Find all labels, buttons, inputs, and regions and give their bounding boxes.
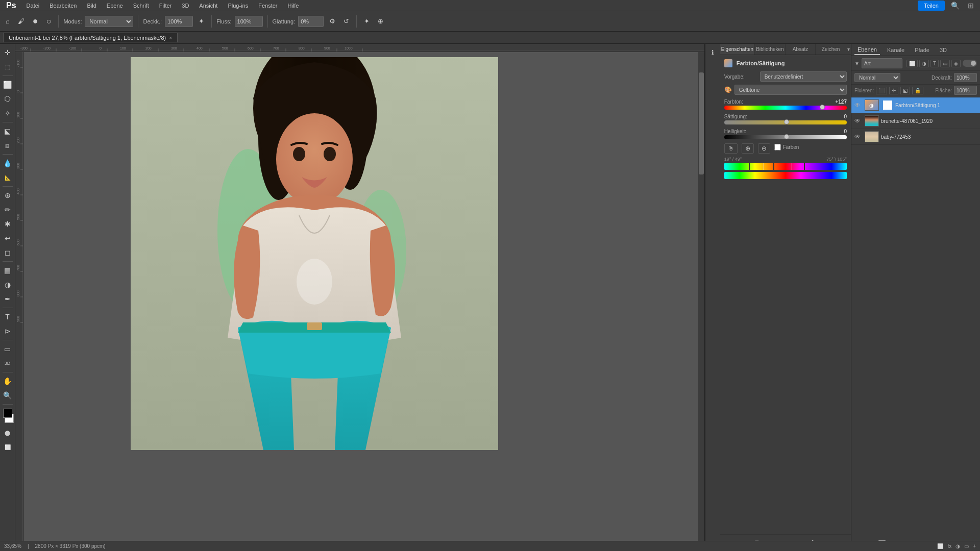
colorize-checkbox[interactable] [774, 144, 781, 151]
fill-input[interactable] [954, 86, 977, 95]
3d-tool[interactable]: 3D [1, 357, 14, 370]
hand-tool[interactable]: ✋ [1, 374, 14, 388]
colorize-label[interactable]: Färben [783, 144, 799, 150]
menu-datei[interactable]: Datei [24, 2, 42, 10]
eyedrop-btn-3[interactable]: ⊖ [758, 143, 770, 154]
layer-item-0[interactable]: 👁 ◑ Farbton/Sättigung 1 [851, 97, 980, 113]
tab-close-icon[interactable]: × [169, 35, 172, 41]
clone-tool[interactable]: ✱ [1, 217, 14, 231]
selection-tool[interactable]: ⬜ [1, 78, 14, 91]
menu-bearbeiten[interactable]: Bearbeiten [47, 2, 79, 10]
lock-pixel-btn[interactable]: ⬛ [876, 87, 887, 94]
menu-3d[interactable]: 3D [180, 2, 191, 10]
brush-options[interactable]: ● [30, 14, 41, 28]
text-tool[interactable]: T [1, 310, 14, 323]
gradient-tool[interactable]: ▦ [1, 264, 14, 277]
filter-shape-btn[interactable]: ▭ [940, 60, 950, 67]
ruler-tool[interactable]: 📐 [1, 171, 14, 184]
scrollbar-v-thumb[interactable] [699, 72, 704, 174]
spot-heal-tool[interactable]: ⊛ [1, 189, 14, 202]
brush-tool-lt[interactable]: ✏ [1, 203, 14, 216]
layers-type-dropdown[interactable] [862, 58, 902, 68]
layers-tab-pfade[interactable]: Pfade [912, 45, 933, 55]
hue-thumb[interactable] [820, 105, 825, 110]
share-button[interactable]: Teilen [918, 1, 945, 11]
menu-bild[interactable]: Bild [85, 2, 98, 10]
search-icon[interactable]: 🔍 [949, 1, 962, 11]
tab-absatz[interactable]: Absatz [786, 44, 816, 55]
pressure-btn[interactable]: ⊕ [375, 16, 386, 27]
filter-toggle-btn[interactable] [963, 60, 977, 67]
layer-item-2[interactable]: 👁 baby-772453 [851, 129, 980, 145]
zoom-tool[interactable]: 🔍 [1, 389, 14, 402]
lasso-tool[interactable]: ⭔ [1, 92, 14, 106]
menu-ebene[interactable]: Ebene [105, 2, 125, 10]
filter-text-btn[interactable]: T [930, 60, 939, 67]
menu-schrift[interactable]: Schrift [131, 2, 151, 10]
flow-input[interactable] [235, 16, 263, 27]
tab-bibliotheken[interactable]: Bibliotheken [755, 44, 786, 55]
move-tool[interactable]: ✛ [1, 46, 14, 59]
tab-eigenschaften[interactable]: Eigenschaften [720, 44, 755, 55]
smooth-settings[interactable]: ⚙ [327, 16, 338, 27]
distribute-icon[interactable]: ⊞ [966, 1, 976, 11]
layer-eye-1[interactable]: 👁 [854, 117, 863, 124]
frame-tool[interactable]: ⧈ [1, 139, 14, 152]
artboard-tool[interactable]: ⬚ [1, 60, 14, 73]
layers-tab-3d[interactable]: 3D [937, 45, 950, 55]
sat-track[interactable] [724, 120, 847, 124]
dodge-tool[interactable]: ◑ [1, 278, 14, 291]
eyedropper-tool[interactable]: 💧 [1, 157, 14, 170]
light-thumb[interactable] [784, 134, 789, 139]
screen-mode-btn[interactable]: ⬜ [1, 440, 14, 454]
menu-ansicht[interactable]: Ansicht [197, 2, 219, 10]
light-track[interactable] [724, 135, 847, 139]
menu-filter[interactable]: Filter [157, 2, 174, 10]
layer-eye-0[interactable]: 👁 [854, 102, 863, 109]
brush-size-btn[interactable]: ○ [44, 15, 54, 28]
wand-tool[interactable]: ✧ [1, 107, 14, 120]
smooth-input[interactable] [298, 16, 324, 27]
eyedrop-btn-2[interactable]: ⊕ [742, 143, 754, 154]
sat-thumb[interactable] [784, 119, 789, 124]
brush-tool[interactable]: 🖌 [15, 16, 27, 27]
pen-tool[interactable]: ✒ [1, 292, 14, 306]
menu-hilfe[interactable]: Hilfe [285, 2, 301, 10]
sample-btn[interactable]: ✦ [361, 16, 372, 27]
deck-input[interactable] [165, 16, 193, 27]
mode-select[interactable]: Normal Multiplizieren Abwedeln [85, 16, 133, 27]
hue-track[interactable] [724, 106, 847, 110]
crop-tool[interactable]: ⬕ [1, 124, 14, 138]
filter-pixel-btn[interactable]: ⬜ [906, 60, 918, 67]
path-select-tool[interactable]: ⊳ [1, 324, 14, 338]
quick-mask-btn[interactable]: ⬤ [1, 426, 14, 439]
layers-tab-ebenen[interactable]: Ebenen [854, 45, 880, 55]
foreground-color[interactable] [3, 409, 12, 418]
erase-tool[interactable]: ◻ [1, 246, 14, 259]
filter-smart-btn[interactable]: ◈ [951, 60, 961, 67]
layers-mode-select[interactable]: Normal Multiplizieren [854, 73, 900, 82]
opacity-input[interactable] [954, 73, 977, 82]
menu-fenster[interactable]: Fenster [256, 2, 279, 10]
rotation-btn[interactable]: ↺ [341, 16, 352, 27]
menu-logo[interactable]: Ps [4, 0, 18, 11]
history-brush[interactable]: ↩ [1, 232, 14, 245]
layer-eye-2[interactable]: 👁 [854, 133, 863, 140]
scrollbar-v[interactable] [698, 52, 704, 551]
info-btn[interactable]: ℹ [707, 47, 718, 58]
layers-tab-kanaele[interactable]: Kanäle [884, 45, 908, 55]
home-button[interactable]: ⌂ [3, 16, 12, 27]
lock-all-btn[interactable]: 🔒 [912, 87, 923, 94]
document-tab[interactable]: Unbenannt-1 bei 27,8% (Farbton/Sättigung… [3, 33, 178, 42]
filter-adj-btn[interactable]: ◑ [919, 60, 929, 67]
props-collapse[interactable]: ▾ [846, 44, 851, 55]
lock-move-btn[interactable]: ✛ [889, 87, 898, 94]
tab-zeichen[interactable]: Zeichen [816, 44, 846, 55]
airbrush-toggle[interactable]: ✦ [196, 16, 207, 27]
layer-item-1[interactable]: 👁 brunette-487061_1920 [851, 113, 980, 129]
canvas-scroll[interactable] [23, 52, 704, 551]
channel-select[interactable]: Gelbtöne Rottöne Grüntöne Cyantöne Blaut… [734, 85, 847, 95]
eyedrop-btn-1[interactable]: 🖰 [724, 143, 738, 154]
menu-plugins[interactable]: Plug-ins [226, 2, 250, 10]
preset-select[interactable]: Benutzerdefiniert Standard [760, 71, 847, 82]
